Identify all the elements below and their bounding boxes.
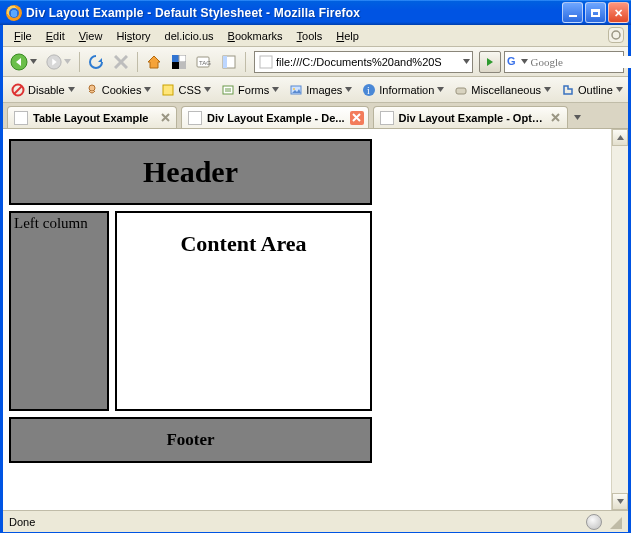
svg-rect-25 — [456, 88, 466, 94]
dev-misc-label: Miscellaneous — [471, 84, 541, 96]
scroll-up-button[interactable] — [612, 129, 628, 146]
delicious-tag-button[interactable] — [168, 51, 190, 73]
minimize-button[interactable] — [562, 2, 583, 23]
menu-delicious[interactable]: del.icio.us — [158, 28, 221, 44]
developer-toolbar: Disable Cookies CSS Forms Images i Infor… — [3, 77, 628, 103]
toolbar-separator — [137, 52, 138, 72]
cookies-icon — [85, 83, 99, 97]
menu-edit[interactable]: Edit — [39, 28, 72, 44]
svg-rect-11 — [260, 56, 272, 68]
css-icon — [161, 83, 175, 97]
content-viewport: Header Left column Content Area Footer — [3, 129, 628, 510]
dev-disable[interactable]: Disable — [7, 81, 79, 99]
svg-rect-4 — [179, 55, 186, 62]
outline-icon — [561, 83, 575, 97]
dev-outline-label: Outline — [578, 84, 613, 96]
sample-content-text: Content Area — [117, 231, 370, 257]
sample-footer: Footer — [9, 417, 372, 463]
tab-close-button[interactable] — [350, 111, 364, 125]
menu-bookmarks[interactable]: Bookmarks — [221, 28, 290, 44]
tab-div-layout-default[interactable]: Div Layout Example - De... — [181, 106, 369, 128]
dev-forms[interactable]: Forms — [217, 81, 283, 99]
url-history-dropdown[interactable] — [463, 59, 470, 64]
search-bar[interactable]: G — [504, 51, 624, 73]
menu-file[interactable]: File — [7, 28, 39, 44]
menu-help[interactable]: Help — [329, 28, 366, 44]
sample-left-text: Left column — [14, 215, 88, 231]
url-bar[interactable] — [254, 51, 473, 73]
tab-close-button[interactable] — [549, 111, 563, 125]
dev-images[interactable]: Images — [285, 81, 356, 99]
dev-css[interactable]: CSS — [157, 81, 215, 99]
menu-tools[interactable]: Tools — [290, 28, 330, 44]
disable-icon — [11, 83, 25, 97]
forward-button[interactable] — [43, 51, 74, 73]
reload-button[interactable] — [85, 51, 107, 73]
page-area[interactable]: Header Left column Content Area Footer — [3, 129, 611, 510]
search-engine-dropdown[interactable] — [521, 59, 528, 64]
tab-label: Div Layout Example - De... — [207, 112, 345, 124]
dev-cookies[interactable]: Cookies — [81, 81, 156, 99]
activity-indicator-icon — [608, 27, 624, 43]
url-input[interactable] — [276, 56, 458, 68]
search-input[interactable] — [531, 56, 631, 68]
dev-outline[interactable]: Outline — [557, 81, 627, 99]
tab-div-layout-optional[interactable]: Div Layout Example - Optio... — [373, 106, 568, 128]
go-button[interactable] — [479, 51, 501, 73]
sample-layout: Header Left column Content Area Footer — [9, 139, 372, 463]
dev-information-label: Information — [379, 84, 434, 96]
google-icon: G — [507, 55, 516, 68]
images-icon — [289, 83, 303, 97]
close-button[interactable] — [608, 2, 629, 23]
tab-label: Div Layout Example - Optio... — [399, 112, 544, 124]
tab-table-layout[interactable]: Table Layout Example — [7, 106, 177, 128]
sample-left-column: Left column — [9, 211, 109, 411]
info-icon: i — [362, 83, 376, 97]
tab-strip: Table Layout Example Div Layout Example … — [3, 103, 628, 129]
window-title: Div Layout Example - Default Stylesheet … — [26, 6, 562, 20]
stop-button[interactable] — [110, 51, 132, 73]
back-button[interactable] — [7, 51, 40, 73]
svg-rect-17 — [163, 85, 173, 95]
vertical-scrollbar[interactable] — [611, 129, 628, 510]
svg-rect-6 — [179, 62, 186, 69]
resize-grip-icon[interactable] — [608, 515, 622, 529]
svg-point-22 — [293, 88, 295, 90]
dev-information[interactable]: i Information — [358, 81, 448, 99]
forms-icon — [221, 83, 235, 97]
sample-content-area: Content Area — [115, 211, 372, 411]
sample-footer-text: Footer — [166, 430, 214, 450]
toolbar-separator — [79, 52, 80, 72]
svg-rect-3 — [172, 55, 179, 62]
chevron-down-icon — [64, 59, 71, 64]
status-bar: Done — [3, 510, 628, 532]
page-identity-icon — [259, 55, 273, 69]
nav-toolbar: TAG G — [3, 47, 628, 77]
svg-rect-5 — [172, 62, 179, 69]
menu-history[interactable]: History — [109, 28, 157, 44]
sidebar-toggle-button[interactable] — [218, 51, 240, 73]
scroll-track[interactable] — [612, 146, 628, 493]
favicon-icon — [380, 111, 394, 125]
window-titlebar: Div Layout Example - Default Stylesheet … — [0, 0, 631, 25]
svg-rect-10 — [223, 56, 227, 68]
scroll-down-button[interactable] — [612, 493, 628, 510]
security-indicator-icon — [586, 514, 602, 530]
tab-close-button[interactable] — [158, 111, 172, 125]
dev-disable-label: Disable — [28, 84, 65, 96]
tag-button[interactable]: TAG — [193, 51, 215, 73]
menu-view[interactable]: View — [72, 28, 110, 44]
home-button[interactable] — [143, 51, 165, 73]
status-text: Done — [9, 516, 580, 528]
dev-cookies-label: Cookies — [102, 84, 142, 96]
dev-miscellaneous[interactable]: Miscellaneous — [450, 81, 555, 99]
svg-text:i: i — [367, 85, 370, 96]
maximize-button[interactable] — [585, 2, 606, 23]
toolbar-separator — [245, 52, 246, 72]
misc-icon — [454, 83, 468, 97]
tab-list-dropdown[interactable] — [574, 115, 581, 120]
firefox-icon — [6, 5, 22, 21]
favicon-icon — [14, 111, 28, 125]
dev-css-label: CSS — [178, 84, 201, 96]
tab-label: Table Layout Example — [33, 112, 153, 124]
